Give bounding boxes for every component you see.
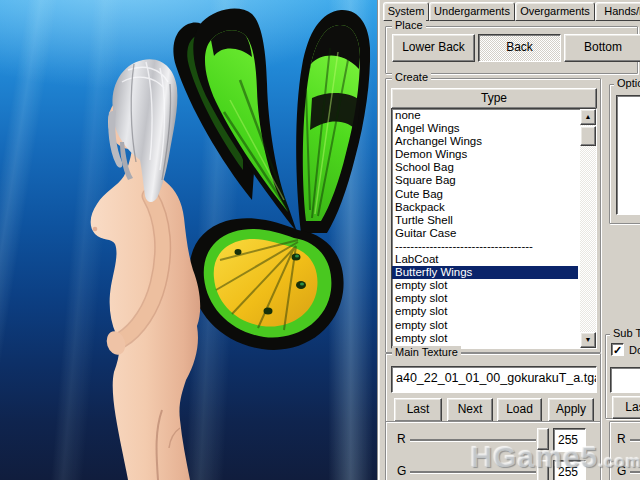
main-texture-last-button[interactable]: Last <box>394 398 442 422</box>
bottom-button[interactable]: Bottom <box>564 34 640 62</box>
list-item[interactable]: Turtle Shell <box>392 214 596 227</box>
app-window: System Undergarments Overgarments Hands/… <box>0 0 640 480</box>
character-render <box>0 0 377 480</box>
scroll-thumb[interactable] <box>580 126 596 146</box>
list-item[interactable]: School Bag <box>392 161 596 174</box>
list-item[interactable]: LabCoat <box>392 253 596 266</box>
sub-texture-last-button[interactable]: Las <box>612 396 640 419</box>
watermark-suffix: .com <box>598 452 640 471</box>
main-texture-next-button[interactable]: Next <box>447 398 493 422</box>
type-header[interactable]: Type <box>391 88 597 109</box>
lower-back-button[interactable]: Lower Back <box>392 34 475 62</box>
create-group: Create Type noneAngel WingsArchangel Win… <box>385 78 601 353</box>
list-item[interactable]: ------------------------------------ <box>392 240 596 253</box>
list-item[interactable]: Square Bag <box>392 174 596 187</box>
option-listbox[interactable] <box>616 95 640 215</box>
sub-texture-filename-field[interactable] <box>610 367 640 393</box>
main-texture-group-label: Main Texture <box>392 346 461 358</box>
chevron-up-icon: ▲ <box>585 113 592 120</box>
tab-hands-feet[interactable]: Hands/F <box>595 2 640 21</box>
watermark-main: HGame5 <box>471 440 599 473</box>
create-group-label: Create <box>392 71 431 83</box>
tab-overgarments[interactable]: Overgarments <box>515 2 595 21</box>
tab-undergarments[interactable]: Undergarments <box>429 2 515 21</box>
chevron-down-icon: ▼ <box>585 336 592 343</box>
option-group-label: Optio <box>614 77 640 89</box>
back-button[interactable]: Back <box>478 34 561 62</box>
list-item[interactable]: Angel Wings <box>392 122 596 135</box>
list-item[interactable]: Demon Wings <box>392 148 596 161</box>
list-item[interactable]: none <box>392 109 596 122</box>
list-item[interactable]: Butterfly Wings <box>392 266 578 279</box>
sub-texture-checkbox[interactable]: ✓ <box>611 343 624 356</box>
butterfly-wings-render <box>173 8 370 349</box>
option-group: Optio <box>609 84 640 224</box>
scroll-up-button[interactable]: ▲ <box>580 109 596 125</box>
scroll-down-button[interactable]: ▼ <box>580 332 596 348</box>
character-figure <box>91 59 201 480</box>
list-item[interactable]: Archangel Wings <box>392 135 596 148</box>
list-item[interactable]: empty slot <box>392 279 596 292</box>
watermark: HGame5.com <box>471 440 640 474</box>
3d-viewport[interactable] <box>0 0 377 480</box>
main-g-label: G <box>397 464 406 478</box>
list-item[interactable]: empty slot <box>392 292 596 305</box>
list-item[interactable]: Backpack <box>392 201 596 214</box>
list-scrollbar[interactable]: ▲ ▼ <box>580 109 596 348</box>
settings-panel: System Undergarments Overgarments Hands/… <box>377 0 640 480</box>
list-item[interactable]: empty slot <box>392 305 596 318</box>
sub-texture-group: Sub T ✓ Do Las <box>605 334 640 419</box>
list-item[interactable]: Guitar Case <box>392 227 596 240</box>
main-texture-filename-field[interactable]: a40_22_01_01_00_gokurakuT_a.tga <box>391 366 597 393</box>
list-item[interactable]: empty slot <box>392 319 596 332</box>
main-texture-load-button[interactable]: Load <box>497 398 542 422</box>
list-item[interactable]: Cute Bag <box>392 188 596 201</box>
place-group: Place Lower Back Back Bottom <box>385 26 638 74</box>
sub-texture-checkbox-label: Do <box>629 344 640 356</box>
check-icon: ✓ <box>613 344 622 356</box>
place-group-label: Place <box>392 19 426 31</box>
sub-texture-group-label: Sub T <box>610 327 640 339</box>
type-listbox[interactable]: noneAngel WingsArchangel WingsDemon Wing… <box>391 108 597 349</box>
list-item[interactable]: empty slot <box>392 332 596 345</box>
main-r-label: R <box>397 432 406 446</box>
main-texture-apply-button[interactable]: Apply <box>548 398 594 422</box>
